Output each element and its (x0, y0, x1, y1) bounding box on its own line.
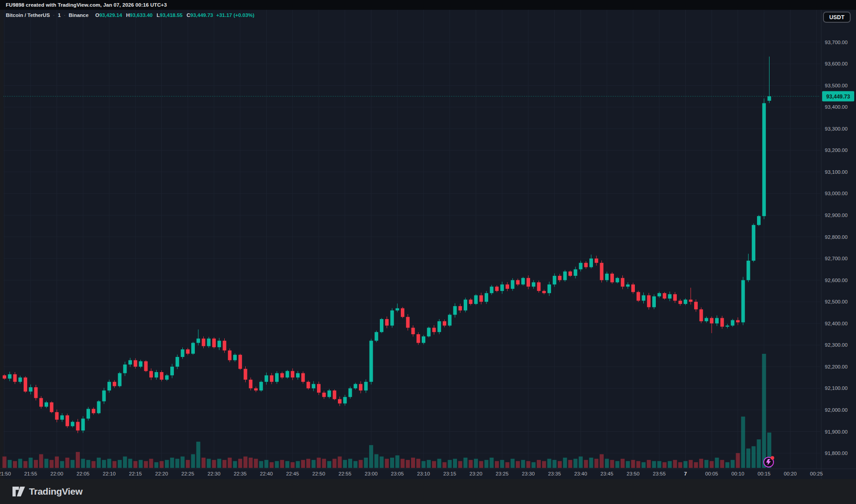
svg-text:22:05: 22:05 (77, 471, 90, 476)
svg-text:91,800.00: 91,800.00 (825, 451, 848, 456)
svg-text:22:20: 22:20 (155, 471, 168, 476)
tradingview-chart-page: 93,700.0093,600.0093,500.0093,400.0093,3… (0, 0, 856, 504)
svg-text:23:25: 23:25 (496, 471, 509, 476)
svg-text:23:55: 23:55 (653, 471, 666, 476)
svg-text:93,600.00: 93,600.00 (825, 61, 848, 66)
legend-separator: · (53, 12, 55, 18)
high-readout: H93,633.40 (126, 12, 152, 18)
svg-text:22:45: 22:45 (286, 471, 299, 476)
svg-text:21:50: 21:50 (0, 471, 11, 476)
svg-text:92,500.00: 92,500.00 (825, 299, 848, 304)
candles-layer (3, 57, 771, 433)
svg-text:91,900.00: 91,900.00 (825, 429, 848, 434)
svg-text:92,000.00: 92,000.00 (825, 407, 848, 413)
svg-text:92,900.00: 92,900.00 (825, 213, 848, 218)
svg-text:22:55: 22:55 (338, 471, 351, 476)
legend-separator: · (64, 12, 66, 18)
svg-text:22:35: 22:35 (234, 471, 247, 476)
svg-text:93,100.00: 93,100.00 (825, 169, 848, 175)
svg-text:92,800.00: 92,800.00 (825, 234, 848, 240)
svg-text:22:15: 22:15 (129, 471, 142, 476)
svg-text:23:40: 23:40 (574, 471, 587, 476)
svg-text:92,100.00: 92,100.00 (825, 385, 848, 391)
exchange-label: Binance (69, 12, 89, 18)
svg-text:00:15: 00:15 (757, 471, 770, 476)
svg-text:92,400.00: 92,400.00 (825, 321, 848, 326)
interval-label[interactable]: 1 (58, 12, 61, 18)
svg-text:23:00: 23:00 (365, 471, 378, 476)
tradingview-logo-text: TradingView (29, 486, 82, 497)
svg-text:93,000.00: 93,000.00 (825, 191, 848, 196)
watermark-text: FU9898 created with TradingView.com, Jan… (6, 2, 167, 8)
tradingview-logo-icon (12, 487, 25, 496)
open-readout: O93,429.14 (95, 12, 122, 18)
svg-text:21:55: 21:55 (24, 471, 37, 476)
svg-text:22:25: 22:25 (181, 471, 194, 476)
svg-text:23:35: 23:35 (548, 471, 561, 476)
svg-text:93,200.00: 93,200.00 (825, 148, 848, 153)
svg-text:23:20: 23:20 (469, 471, 482, 476)
svg-text:22:40: 22:40 (260, 471, 273, 476)
tradingview-logo[interactable]: TradingView (12, 486, 82, 497)
svg-text:00:20: 00:20 (784, 471, 797, 476)
svg-text:92,300.00: 92,300.00 (825, 342, 848, 348)
svg-text:92,600.00: 92,600.00 (825, 278, 848, 283)
svg-text:93,700.00: 93,700.00 (825, 40, 848, 45)
chart-canvas[interactable]: 93,700.0093,600.0093,500.0093,400.0093,3… (0, 0, 856, 504)
svg-text:92,200.00: 92,200.00 (825, 364, 848, 369)
svg-text:23:15: 23:15 (443, 471, 456, 476)
watermark-top-bar: FU9898 created with TradingView.com, Jan… (0, 0, 856, 10)
svg-text:23:05: 23:05 (391, 471, 404, 476)
svg-text:22:30: 22:30 (208, 471, 221, 476)
currency-toggle-button[interactable]: USDT (823, 12, 851, 23)
svg-text:23:45: 23:45 (601, 471, 613, 476)
chart-legend[interactable]: Bitcoin / TetherUS · 1 · Binance O93,429… (6, 12, 255, 18)
volume-layer (3, 354, 772, 468)
change-readout: +31.17 (+0.03%) (216, 12, 255, 18)
footer-bar: TradingView (0, 479, 856, 504)
svg-text:00:05: 00:05 (705, 471, 718, 476)
close-readout: C93,449.73 (186, 12, 213, 18)
svg-text:22:00: 22:00 (50, 471, 63, 476)
current-price-label: 93,449.73 (822, 91, 854, 102)
svg-text:23:30: 23:30 (522, 471, 535, 476)
svg-text:93,449.73: 93,449.73 (826, 94, 850, 100)
svg-text:22:50: 22:50 (313, 471, 325, 476)
svg-text:92,700.00: 92,700.00 (825, 256, 848, 261)
svg-text:93,400.00: 93,400.00 (825, 104, 848, 110)
low-readout: L93,418.55 (156, 12, 182, 18)
svg-text:23:50: 23:50 (627, 471, 640, 476)
price-axis[interactable]: 93,700.0093,600.0093,500.0093,400.0093,3… (825, 40, 848, 456)
ohlc-readout: O93,429.14 H93,633.40 L93,418.55 C93,449… (95, 12, 213, 18)
svg-text:93,500.00: 93,500.00 (825, 83, 848, 88)
svg-text:00:10: 00:10 (732, 471, 745, 476)
grid-layer (4, 10, 820, 469)
svg-text:93,300.00: 93,300.00 (825, 126, 848, 131)
symbol-title[interactable]: Bitcoin / TetherUS (6, 12, 50, 18)
time-axis[interactable]: 21:5021:5522:0022:0522:1022:1522:2022:25… (0, 471, 823, 476)
svg-text:22:10: 22:10 (103, 471, 116, 476)
svg-text:7: 7 (684, 471, 687, 476)
notification-dot (771, 456, 774, 460)
svg-text:23:10: 23:10 (417, 471, 430, 476)
svg-text:00:25: 00:25 (810, 471, 823, 476)
